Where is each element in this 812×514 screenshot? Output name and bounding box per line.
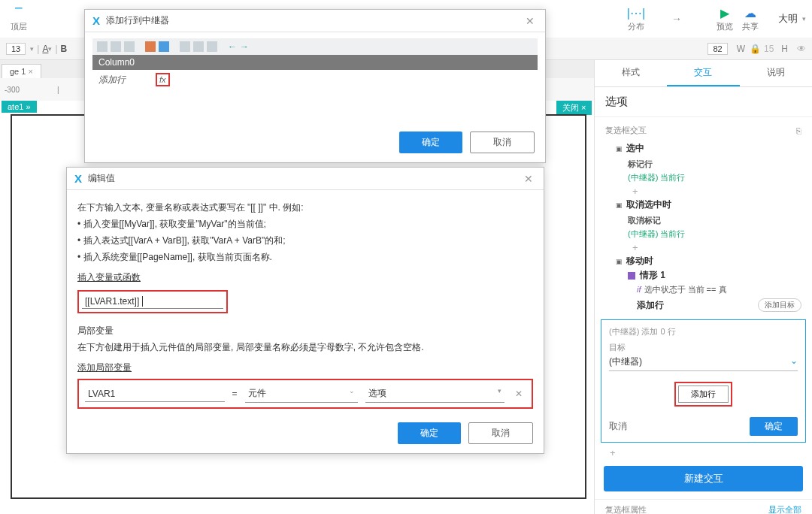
app-logo-icon: X xyxy=(92,14,100,27)
app-logo-icon: X xyxy=(74,172,82,185)
edit-value-dialog: X 编辑值 ✕ 在下方输入文本, 变量名称或表达式要写在 "[[ ]]" 中. … xyxy=(66,167,544,454)
local-var-row-highlight: LVAR1 = 元件⌄ 选项▾ ✕ xyxy=(77,379,533,409)
top-align-group[interactable]: ⎺ 顶层 xyxy=(11,6,27,32)
text-color-icon[interactable]: A xyxy=(42,44,48,54)
dialog1-toolbar: ←→ xyxy=(92,38,538,55)
visibility-icon[interactable]: 👁 xyxy=(797,44,806,54)
section-checkbox: 复选框交互 xyxy=(605,125,647,136)
state-chip[interactable]: ate1 » xyxy=(2,101,37,113)
share-label: 共享 xyxy=(742,21,759,32)
new-interaction-button[interactable]: 新建交互 xyxy=(604,466,803,491)
lock-icon[interactable]: 🔒 xyxy=(750,44,761,54)
dialog2-cancel[interactable]: 取消 xyxy=(468,422,533,444)
tab-style[interactable]: 样式 xyxy=(595,60,667,86)
var-target-select[interactable]: 选项▾ xyxy=(365,385,505,403)
help-line-1: 在下方输入文本, 变量名称或表达式要写在 "[[ ]]" 中. 例如: xyxy=(77,201,533,214)
dialog2-close-icon[interactable]: ✕ xyxy=(521,173,536,185)
font-size-caret[interactable]: ▾ xyxy=(30,45,34,53)
equals-label: = xyxy=(232,389,238,399)
dialog2-title: 编辑值 xyxy=(88,172,521,185)
link-icon[interactable]: ⎘ xyxy=(796,126,801,135)
width-input[interactable]: 82 xyxy=(707,43,727,55)
dialog1-ok[interactable]: 确定 xyxy=(399,132,462,153)
distribute-label: 分布 xyxy=(628,21,644,32)
case-1[interactable]: 情形 1 xyxy=(605,269,801,282)
share-group[interactable]: ☁ 共享 xyxy=(742,6,759,32)
tab-interact[interactable]: 交互 xyxy=(667,60,739,86)
help-line-4: • 插入系统变量[[PageName]], 获取当前页面名称. xyxy=(77,250,533,264)
h-label: H xyxy=(781,44,788,54)
distribute-group[interactable]: |⋯| 分布 xyxy=(628,6,644,32)
preview-label: 预览 xyxy=(717,21,733,32)
insert-variable-link[interactable]: 插入变量或函数 xyxy=(77,271,141,284)
help-line-2: • 插入变量[[MyVar]], 获取变量"MyVar"的当前值; xyxy=(77,217,533,231)
tab-note[interactable]: 说明 xyxy=(740,60,812,86)
event-unselect[interactable]: ▣取消选中时 xyxy=(605,197,801,213)
top-align-icon: ⎺ xyxy=(11,6,26,21)
footer-showall[interactable]: 显示全部 xyxy=(768,504,801,514)
play-icon: ▶ xyxy=(717,6,732,21)
dialog1-title: 添加行到中继器 xyxy=(106,14,523,27)
dialog1-close-icon[interactable]: ✕ xyxy=(523,15,538,27)
action-cancel[interactable]: 取消 xyxy=(609,420,627,433)
bold-icon[interactable]: B xyxy=(61,44,68,54)
footer-props: 复选框属性 xyxy=(605,504,647,514)
preview-group[interactable]: ▶ 预览 xyxy=(717,6,733,32)
close-chip[interactable]: 关闭 × xyxy=(556,101,592,115)
event-select[interactable]: ▣选中 xyxy=(605,141,801,156)
action-addrow[interactable]: 添加行 xyxy=(637,299,664,312)
help-line-3: • 插入表达式[[VarA + VarB]], 获取"VarA + VarB"的… xyxy=(77,234,533,247)
local-vars-heading: 局部变量 xyxy=(77,324,533,337)
action-head: (中继器) 添加 0 行 xyxy=(609,326,798,337)
h-value: 15 xyxy=(764,44,774,54)
page-tab[interactable]: ge 1 × xyxy=(2,64,41,78)
expression-input[interactable]: [[LVAR1.text]] xyxy=(82,295,223,309)
user-name[interactable]: 大明 xyxy=(778,12,798,26)
cloud-icon: ☁ xyxy=(743,6,758,21)
distribute-icon: |⋯| xyxy=(629,6,644,21)
action-mark[interactable]: 标记行 xyxy=(605,159,801,170)
inspector-tabs: 样式 交互 说明 xyxy=(595,60,812,87)
add-local-var-link[interactable]: 添加局部变量 xyxy=(77,361,132,374)
font-size-input[interactable]: 13 xyxy=(6,43,26,55)
event-move[interactable]: ▣移动时 xyxy=(605,253,801,269)
add-row-button[interactable]: 添加行 xyxy=(678,386,729,403)
w-label: W xyxy=(737,44,745,54)
user-caret-icon[interactable]: ▾ xyxy=(802,15,806,23)
expression-field-highlight: [[LVAR1.text]] xyxy=(77,290,228,313)
inspector-panel: 样式 交互 说明 选项 复选框交互⎘ ▣选中 标记行 (中继器) 当前行 + ▣… xyxy=(594,60,812,514)
dialog2-ok[interactable]: 确定 xyxy=(398,422,461,444)
tbar-icon[interactable] xyxy=(97,41,108,52)
var-type-select[interactable]: 元件⌄ xyxy=(245,385,358,403)
action-config: (中继器) 添加 0 行 目标 (中继器)⌄ 添加行 取消 确定 xyxy=(601,319,806,443)
local-vars-desc: 在下方创建用于插入元件值的局部变量, 局部变量名称必须是字母数字, 不允许包含空… xyxy=(77,340,533,354)
add-action-1[interactable]: + xyxy=(632,186,801,197)
top-label: 顶层 xyxy=(11,21,27,32)
arrow-right-icon[interactable]: → xyxy=(671,13,682,25)
add-row-dialog: X 添加行到中继器 ✕ ←→ Column0 添加行 fx 确定 取消 xyxy=(84,9,546,163)
grid-addrow[interactable]: 添加行 fx xyxy=(92,70,538,89)
add-target-pill[interactable]: 添加目标 xyxy=(758,298,801,312)
dialog1-cancel[interactable]: 取消 xyxy=(470,132,535,153)
add-action-2[interactable]: + xyxy=(632,242,801,253)
action-confirm[interactable]: 确定 xyxy=(750,417,798,436)
var-name-input[interactable]: LVAR1 xyxy=(85,386,225,402)
column-header[interactable]: Column0 xyxy=(92,55,538,70)
target-select[interactable]: (中继器)⌄ xyxy=(609,353,798,371)
target-label: 目标 xyxy=(609,342,798,353)
fx-button[interactable]: fx xyxy=(156,73,170,86)
action-unmark[interactable]: 取消标记 xyxy=(605,215,801,226)
widget-title: 选项 xyxy=(595,87,812,116)
var-delete-icon[interactable]: ✕ xyxy=(512,389,526,399)
add-event[interactable]: + xyxy=(610,447,812,458)
